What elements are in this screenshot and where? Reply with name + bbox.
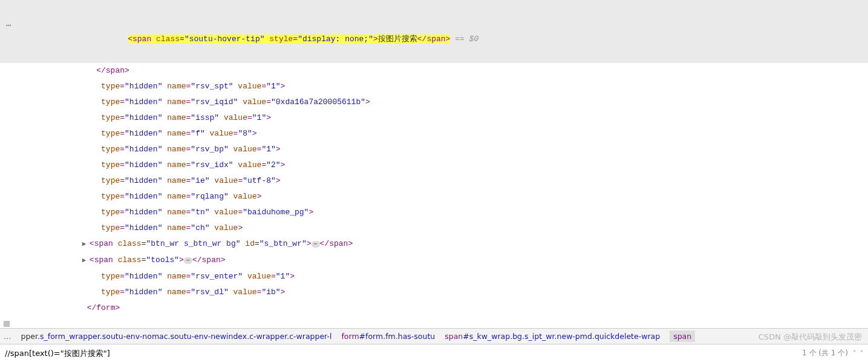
collapsed-dots[interactable]: ⋯ (184, 257, 192, 264)
breadcrumb-item[interactable]: form#form.fm.has-soutu (341, 332, 435, 341)
horizontal-scroll-indicator[interactable] (0, 320, 868, 328)
dom-line[interactable]: type="hidden" name="rsv_dl" value="ib"> (0, 285, 868, 300)
breadcrumb-item-current[interactable]: span (670, 331, 695, 342)
tag-open: <span (128, 35, 151, 44)
dom-line[interactable]: type="hidden" name="tn" value="baiduhome… (0, 205, 868, 220)
collapsed-dots[interactable]: ⋯ (312, 241, 320, 248)
breadcrumb-item[interactable]: pper.s_form_wrapper.soutu-env-nomac.sout… (21, 332, 332, 341)
breadcrumb-overflow[interactable]: … (4, 332, 11, 341)
dom-line[interactable]: </form> (0, 300, 868, 316)
expand-triangle[interactable]: ▶ (82, 236, 90, 252)
gutter-ellipsis: … (6, 16, 24, 31)
search-bar: 1 个 (共 1 个) ˄ ˅ (0, 344, 868, 362)
dom-line[interactable]: type="hidden" name="rsv_idx" value="2"> (0, 157, 868, 173)
search-prev-icon[interactable]: ˄ (853, 349, 857, 357)
dom-line[interactable]: type="hidden" name="rsv_bp" value="1"> (0, 142, 868, 157)
dom-line[interactable]: type="hidden" name="ch" value> (0, 220, 868, 236)
search-next-icon[interactable]: ˅ (860, 349, 864, 357)
dom-line[interactable]: type="hidden" name="rqlang" value> (0, 189, 868, 205)
search-result-count: 1 个 (共 1 个) (802, 348, 848, 358)
search-input[interactable] (5, 349, 797, 358)
dom-line[interactable]: type="hidden" name="ie" value="utf-8"> (0, 173, 868, 189)
dom-line-collapsed[interactable]: ▶<span class="tools">⋯</span> (0, 252, 868, 269)
dom-line[interactable]: </span> (0, 63, 868, 79)
dom-line[interactable]: type="hidden" name="issp" value="1"> (0, 110, 868, 126)
expand-triangle[interactable]: ▶ (82, 252, 90, 268)
dom-line[interactable]: type="hidden" name="rsv_enter" value="1"… (0, 269, 868, 285)
search-nav: ˄ ˅ (853, 349, 863, 357)
dom-line[interactable]: type="hidden" name="rsv_iqid" value="0xd… (0, 94, 868, 110)
dom-line[interactable]: type="hidden" name="f" value="8"> (0, 126, 868, 142)
elements-tree[interactable]: … <span class="soutu-hover-tip" style="d… (0, 0, 868, 320)
dom-line-collapsed[interactable]: ▶<span class="btn_wr s_btn_wr bg" id="s_… (0, 236, 868, 252)
dom-line[interactable]: type="hidden" name="rsv_spt" value="1"> (0, 79, 868, 94)
breadcrumb-bar[interactable]: … pper.s_form_wrapper.soutu-env-nomac.so… (0, 328, 868, 344)
selected-dom-line[interactable]: … <span class="soutu-hover-tip" style="d… (0, 0, 868, 63)
breadcrumb-item[interactable]: span#s_kw_wrap.bg.s_ipt_wr.new-pmd.quick… (445, 332, 660, 341)
